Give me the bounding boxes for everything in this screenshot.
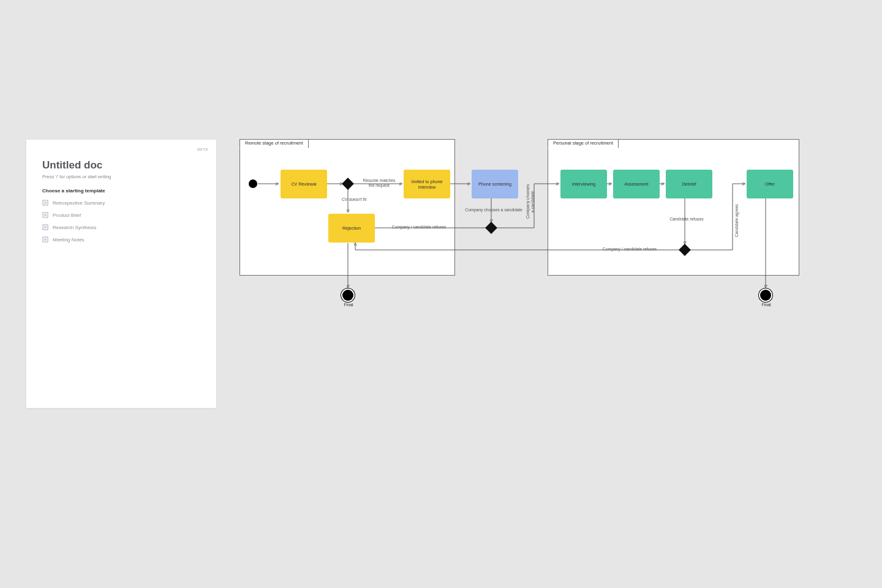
svg-rect-6 xyxy=(43,225,48,230)
node-offer[interactable]: Offer xyxy=(747,170,793,198)
final-node-left[interactable] xyxy=(342,290,353,301)
doc-panel: BETA Untitled doc Press '/' for options … xyxy=(26,140,216,408)
template-product-brief[interactable]: Product Brief xyxy=(42,212,202,218)
node-invited[interactable]: Invited to phone interview xyxy=(404,170,450,198)
template-retrospective[interactable]: Retrospective Summary xyxy=(42,200,202,206)
final-node-right[interactable] xyxy=(760,290,771,301)
template-label: Product Brief xyxy=(53,213,81,218)
final-label-right: Final xyxy=(760,303,773,307)
doc-title[interactable]: Untitled doc xyxy=(42,159,202,172)
document-icon xyxy=(42,200,48,206)
template-label: Research Synthesis xyxy=(53,225,96,230)
template-header: Choose a starting template xyxy=(42,188,202,194)
template-label: Meeting Notes xyxy=(53,237,85,243)
beta-badge: BETA xyxy=(197,148,208,151)
node-phone-screening[interactable]: Phone screening xyxy=(472,170,518,198)
svg-rect-3 xyxy=(43,213,48,217)
document-icon xyxy=(42,212,48,218)
node-interviewing[interactable]: Interviewing xyxy=(560,170,607,198)
edge-label-company-chooses-vert: Company chooses a candidate xyxy=(526,180,535,223)
node-cv-reviewal[interactable]: CV Reviewal xyxy=(281,170,327,198)
template-research-synthesis[interactable]: Research Synthesis xyxy=(42,224,202,230)
node-rejection[interactable]: Rejection xyxy=(328,214,375,243)
template-meeting-notes[interactable]: Meeting Notes xyxy=(42,236,202,243)
edge-label-company-chooses: Company chooses a candidate xyxy=(463,208,524,213)
stage-remote-tab: Remote stage of recruitment xyxy=(239,139,309,148)
doc-hint: Press '/' for options or start writing xyxy=(42,174,202,179)
stage-remote[interactable]: Remote stage of recruitment xyxy=(239,139,455,276)
node-debrief[interactable]: Debrief xyxy=(666,170,712,198)
svg-rect-9 xyxy=(43,237,48,242)
node-assessment[interactable]: Assessment xyxy=(613,170,660,198)
stage-personal[interactable]: Personal stage of recruitment xyxy=(548,139,799,276)
stage-personal-tab: Personal stage of recruitment xyxy=(548,139,619,148)
final-label-left: Final xyxy=(342,303,355,307)
document-icon xyxy=(42,236,48,243)
svg-rect-0 xyxy=(43,200,48,205)
document-icon xyxy=(42,224,48,230)
template-label: Retrospective Summary xyxy=(53,200,105,206)
gateway-phone-screen[interactable] xyxy=(485,222,497,234)
